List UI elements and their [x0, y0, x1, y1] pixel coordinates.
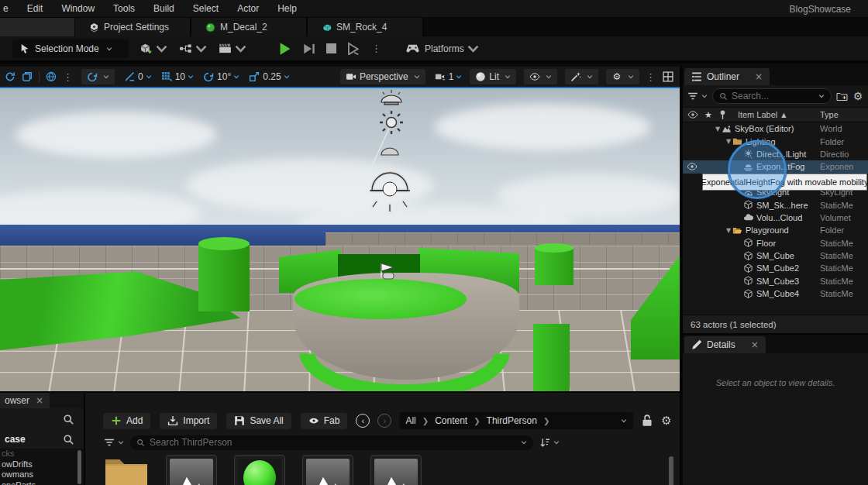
eye-column-icon[interactable] — [687, 109, 698, 120]
viewport-options-dots[interactable]: ⋮ — [646, 71, 656, 83]
play-button[interactable] — [278, 42, 292, 56]
pin-column-icon[interactable] — [718, 109, 727, 120]
breadcrumb-item-thirdperson[interactable]: ThirdPerson — [487, 415, 537, 426]
scale-snap-control[interactable]: 0.25 — [249, 71, 289, 82]
close-icon[interactable]: × — [751, 339, 759, 350]
outliner-row-volu-cloud[interactable]: Volu...CloudVolumet — [683, 212, 868, 224]
chevron-down-icon[interactable] — [621, 418, 627, 424]
outliner-row-floor[interactable]: FloorStaticMe — [683, 237, 868, 249]
rotation-snap-control[interactable]: 10° — [203, 71, 239, 82]
back-button[interactable]: ‹ — [356, 414, 370, 428]
surface-snap-control[interactable]: 0 — [124, 71, 152, 82]
camera-speed-control[interactable]: 1 — [435, 71, 463, 82]
menu-item-window[interactable]: Window — [52, 0, 104, 18]
sort-icon[interactable] — [539, 437, 550, 448]
star-column-icon[interactable]: ★ — [704, 110, 712, 120]
menu-item-e[interactable]: e — [0, 0, 18, 18]
add-button[interactable]: Add — [102, 412, 151, 430]
outliner-row-sm-cube2[interactable]: SM_Cube2StaticMe — [683, 262, 868, 274]
asset-tile-material[interactable] — [234, 455, 285, 485]
expander-arrow-icon[interactable]: ▼ — [714, 126, 722, 132]
viewport-settings-button[interactable]: ⚙ — [606, 69, 639, 84]
level-tab-stub[interactable] — [0, 18, 75, 36]
drawer-scrollbar[interactable] — [78, 450, 81, 484]
asset-grid-scrollbar[interactable] — [669, 456, 673, 485]
menu-item-select[interactable]: Select — [184, 0, 228, 18]
quad-layout-icon[interactable] — [663, 71, 673, 82]
stop-button[interactable] — [326, 43, 336, 53]
show-flags-button[interactable] — [524, 69, 557, 84]
grid-snap-control[interactable]: 10 — [161, 71, 194, 82]
launch-button[interactable] — [347, 42, 360, 55]
outliner-search-input[interactable]: Search... — [712, 88, 832, 104]
expander-arrow-icon[interactable]: ▼ — [725, 227, 732, 234]
asset-folder[interactable] — [104, 455, 149, 485]
perspective-selector[interactable]: Perspective — [340, 69, 425, 84]
menu-item-edit[interactable]: Edit — [18, 0, 53, 18]
asset-tile-texture[interactable] — [166, 455, 217, 485]
menu-item-help[interactable]: Help — [268, 0, 306, 18]
blueprints-button[interactable] — [179, 42, 208, 55]
drawer-folder-item[interactable]: owmans — [0, 470, 84, 480]
asset-tile-texture[interactable] — [370, 455, 422, 485]
asset-tab-m-decal-2[interactable]: M_Decal_2 — [191, 18, 308, 36]
gear-icon[interactable]: ⚙ — [661, 415, 672, 426]
asset-search-input[interactable]: Search ThirdPerson — [130, 435, 533, 450]
outliner-row-sm-sk-here[interactable]: SM_Sk...hereStaticMe — [683, 198, 868, 211]
outliner-row-sm-cube3[interactable]: SM_Cube3StaticMe — [683, 275, 868, 287]
type-column[interactable]: Type — [820, 110, 868, 119]
tab-details[interactable]: Details × — [684, 336, 766, 353]
breadcrumb-item-all[interactable]: All — [405, 415, 415, 426]
close-icon[interactable]: × — [755, 71, 763, 82]
menu-item-build[interactable]: Build — [144, 0, 184, 18]
platforms-button[interactable]: Platforms — [405, 42, 480, 55]
restore-layout-icon[interactable] — [22, 71, 33, 82]
import-button[interactable]: Import — [159, 412, 218, 430]
level-viewport[interactable]: ⋮ 0 10 10° 0.25 Perspective 1 Lit ⚙ ⋮ — [0, 67, 680, 391]
close-icon[interactable]: × — [36, 395, 43, 406]
view-adjust-button[interactable] — [565, 69, 598, 84]
outliner-row-sm-cube[interactable]: SM_CubeStaticMe — [683, 249, 868, 262]
forward-button[interactable]: › — [377, 414, 391, 428]
view-mode-selector[interactable]: Lit — [470, 69, 516, 84]
tab-content-browser[interactable]: owser × — [0, 393, 50, 408]
lock-open-icon[interactable] — [641, 414, 653, 427]
asset-tile-texture[interactable] — [302, 455, 353, 485]
drawer-folder-item[interactable]: owDrifts — [0, 459, 84, 470]
redo-icon[interactable] — [5, 71, 16, 82]
cinematics-button[interactable] — [219, 42, 247, 55]
breadcrumb[interactable]: All❯Content❯ThirdPerson❯ — [399, 412, 633, 429]
play-options-dots[interactable]: ⋮ — [371, 43, 382, 54]
fab-button[interactable]: Fab — [300, 412, 349, 430]
asset-tab-project-settings[interactable]: Project Settings — [75, 18, 191, 36]
menu-item-tools[interactable]: Tools — [104, 0, 144, 18]
filter-icon[interactable] — [104, 437, 115, 448]
globe-icon[interactable] — [46, 71, 57, 82]
skip-button[interactable] — [303, 43, 315, 55]
drawer-folder-item[interactable]: oneParts — [0, 480, 84, 485]
chevron-down-icon[interactable] — [118, 439, 124, 445]
gear-icon[interactable]: ⚙ — [852, 91, 863, 101]
drawer-filter-row[interactable]: case — [0, 430, 84, 449]
outliner-row-playground[interactable]: ▼PlaygroundFolder — [683, 224, 868, 236]
save-all-button[interactable]: Save All — [226, 412, 291, 430]
rotate-tool-button[interactable] — [81, 69, 115, 84]
chevron-down-icon[interactable] — [701, 93, 708, 99]
menu-item-actor[interactable]: Actor — [228, 0, 268, 18]
scene-3d[interactable] — [0, 88, 680, 391]
viewport-dots[interactable]: ⋮ — [63, 71, 74, 83]
outliner-row-skybox-editor-[interactable]: ▼SkyBox (Editor)World — [683, 122, 868, 135]
new-folder-icon[interactable] — [836, 91, 848, 102]
asset-tab-sm-rock-4[interactable]: SM_Rock_4 — [308, 18, 424, 36]
filter-icon[interactable] — [687, 91, 698, 101]
item-label-column[interactable]: Item Label — [738, 110, 777, 119]
drawer-folder-item[interactable]: cks — [0, 449, 84, 459]
chevron-down-icon[interactable] — [553, 439, 560, 445]
breadcrumb-item-content[interactable]: Content — [435, 415, 467, 426]
row-visibility-gutter[interactable] — [683, 161, 703, 172]
expander-arrow-icon[interactable]: ▼ — [725, 138, 732, 145]
selection-mode-button[interactable]: Selection Mode — [12, 40, 129, 58]
outliner-row-sm-cube4[interactable]: SM_Cube4StaticMe — [683, 287, 868, 300]
tab-outliner[interactable]: Outliner × — [684, 68, 770, 85]
drawer-search-row[interactable] — [0, 408, 84, 430]
